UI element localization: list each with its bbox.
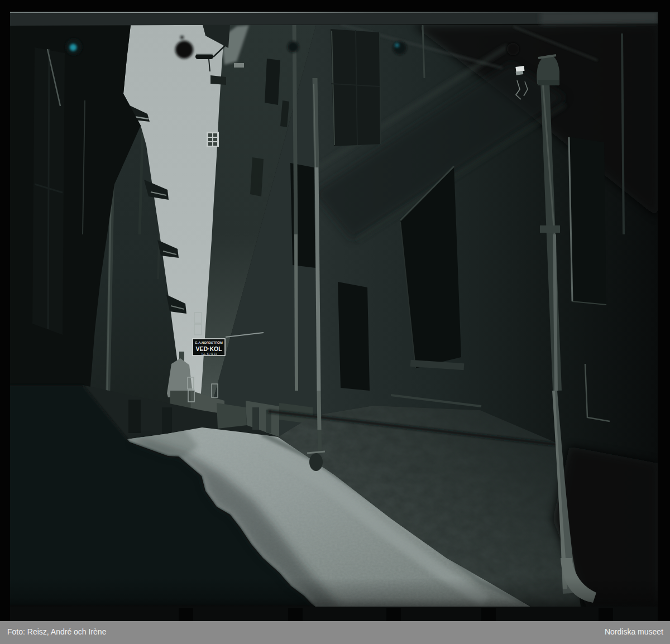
svg-text:TEL. 51 41 93: TEL. 51 41 93: [201, 353, 217, 355]
svg-text:G.A.NORDSTRÖM: G.A.NORDSTRÖM: [195, 341, 223, 344]
svg-text:VED·KOL: VED·KOL: [195, 345, 222, 352]
